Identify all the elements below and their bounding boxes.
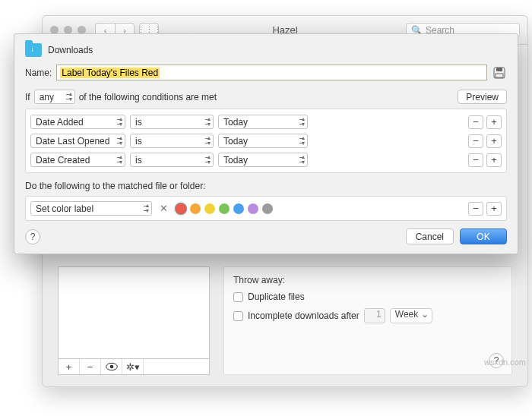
- remove-condition-button[interactable]: −: [468, 153, 483, 167]
- add-condition-button[interactable]: +: [486, 153, 502, 167]
- action-type-select[interactable]: Set color label▴▾: [30, 201, 152, 216]
- remove-condition-button[interactable]: −: [468, 115, 483, 129]
- add-rule-button[interactable]: +: [59, 359, 80, 374]
- rules-list-toolbar: + − ✲▾: [58, 358, 210, 375]
- cancel-button[interactable]: Cancel: [406, 228, 454, 244]
- name-row: Name: Label Today's Files Red: [25, 65, 507, 80]
- color-picker: [176, 203, 273, 214]
- condition-attr-select[interactable]: Date Created▴▾: [30, 153, 125, 167]
- options-panel: Throw away: Duplicate files Incomplete d…: [223, 266, 512, 375]
- condition-op-select[interactable]: is▴▾: [130, 115, 214, 129]
- condition-row: Date Created▴▾ is▴▾ Today▴▾ −+: [30, 150, 502, 169]
- name-label: Name:: [25, 68, 52, 78]
- svg-rect-3: [496, 68, 502, 71]
- incomplete-checkbox[interactable]: [233, 311, 243, 321]
- condition-val-select[interactable]: Today▴▾: [218, 115, 308, 129]
- eye-icon: [106, 362, 118, 371]
- actions-box: Set color label▴▾ ✕ −+: [25, 196, 507, 221]
- rule-options-button[interactable]: ✲▾: [122, 359, 144, 374]
- condition-row: Date Last Opened▴▾ is▴▾ Today▴▾ −+: [30, 131, 502, 150]
- condition-attr-select[interactable]: Date Added▴▾: [30, 115, 125, 129]
- folder-icon: [25, 43, 42, 57]
- sheet-header: Downloads: [25, 43, 507, 57]
- remove-action-button[interactable]: −: [468, 202, 483, 216]
- condition-op-select[interactable]: is▴▾: [130, 153, 214, 167]
- color-green[interactable]: [219, 203, 230, 214]
- rule-editor-sheet: Downloads Name: Label Today's Files Red …: [14, 33, 518, 254]
- add-condition-button[interactable]: +: [486, 134, 502, 148]
- rules-list[interactable]: [58, 266, 210, 358]
- svg-rect-4: [496, 74, 503, 77]
- folder-name: Downloads: [48, 45, 93, 55]
- color-blue[interactable]: [233, 203, 244, 214]
- preview-button[interactable]: Preview: [458, 90, 507, 104]
- remove-rule-button[interactable]: −: [80, 359, 101, 374]
- save-rule-icon[interactable]: [492, 65, 507, 80]
- rule-name-value: Label Today's Files Red: [60, 68, 160, 78]
- incomplete-label: Incomplete downloads after: [248, 310, 359, 321]
- conditions-box: Date Added▴▾ is▴▾ Today▴▾ −+ Date Last O…: [25, 109, 507, 173]
- background-body: + − ✲▾ Throw away: Duplicate files Incom…: [43, 266, 527, 386]
- condition-attr-select[interactable]: Date Last Opened▴▾: [30, 134, 125, 148]
- actions-label: Do the following to the matched file or …: [25, 181, 507, 191]
- duplicate-files-label: Duplicate files: [248, 292, 305, 302]
- if-prefix: If: [25, 92, 30, 102]
- color-orange[interactable]: [190, 203, 201, 214]
- conditions-header: If any▴▾ of the following conditions are…: [25, 90, 507, 104]
- sheet-footer: ? Cancel OK: [25, 228, 507, 244]
- match-mode-select[interactable]: any▴▾: [34, 90, 75, 104]
- throw-away-label: Throw away:: [233, 275, 502, 285]
- condition-val-select[interactable]: Today▴▾: [218, 134, 308, 148]
- duplicate-files-checkbox[interactable]: [233, 292, 243, 302]
- action-row: Set color label▴▾ ✕ −+: [30, 201, 502, 216]
- color-purple[interactable]: [248, 203, 258, 214]
- condition-row: Date Added▴▾ is▴▾ Today▴▾ −+: [30, 112, 502, 131]
- add-action-button[interactable]: +: [486, 202, 502, 216]
- preview-rule-button[interactable]: [101, 359, 122, 374]
- incomplete-unit-select[interactable]: Week: [390, 308, 432, 323]
- svg-point-1: [109, 365, 113, 369]
- add-condition-button[interactable]: +: [486, 115, 502, 129]
- watermark: wsxdn.com: [484, 358, 526, 367]
- rule-name-input[interactable]: Label Today's Files Red: [56, 65, 487, 80]
- if-suffix: of the following conditions are met: [79, 92, 217, 102]
- option-incomplete-downloads: Incomplete downloads after 1 Week: [233, 308, 502, 323]
- incomplete-value-field[interactable]: 1: [364, 308, 385, 323]
- option-duplicate-files: Duplicate files: [233, 292, 502, 302]
- color-red[interactable]: [176, 203, 186, 214]
- color-yellow[interactable]: [204, 203, 215, 214]
- clear-color-button[interactable]: ✕: [157, 203, 171, 214]
- condition-op-select[interactable]: is▴▾: [130, 134, 214, 148]
- rules-list-panel: + − ✲▾: [58, 266, 210, 375]
- ok-button[interactable]: OK: [460, 228, 507, 244]
- help-button[interactable]: ?: [25, 229, 40, 244]
- color-gray[interactable]: [262, 203, 273, 214]
- remove-condition-button[interactable]: −: [468, 134, 483, 148]
- condition-val-select[interactable]: Today▴▾: [218, 153, 308, 167]
